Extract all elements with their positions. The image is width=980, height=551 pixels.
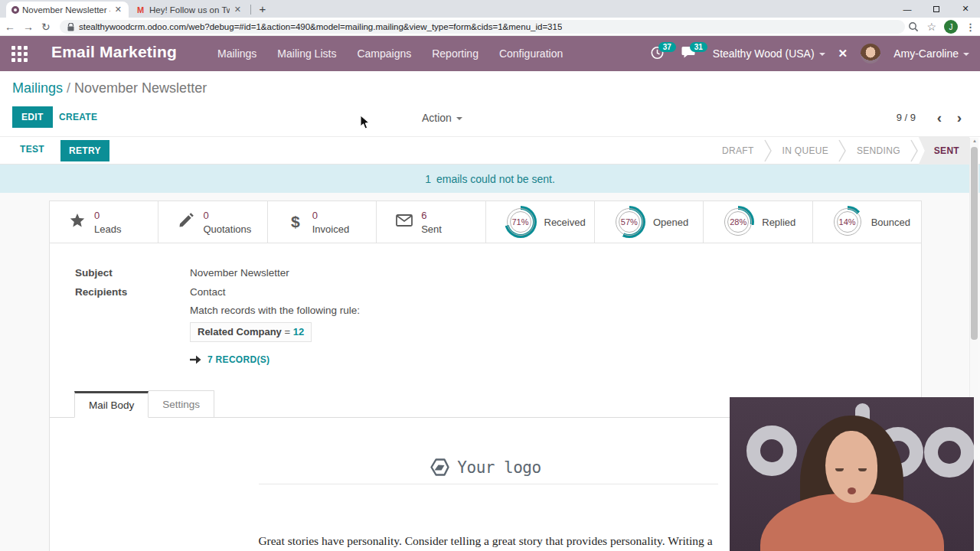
records-link[interactable]: 7 RECORD(S) [207, 354, 270, 365]
minimize-button[interactable]: — [893, 0, 922, 18]
user-menu[interactable]: Amy-Caroline [893, 47, 969, 60]
progress-ring: 28% [722, 206, 754, 238]
menu-mailing-lists[interactable]: Mailing Lists [277, 47, 336, 60]
test-button[interactable]: TEST [20, 144, 44, 155]
debug-tools-icon[interactable]: ✕ [838, 47, 848, 60]
failed-count-link[interactable]: 1 [425, 173, 431, 185]
stat-button-received[interactable]: 71% Received [486, 201, 595, 243]
menu-campaigns[interactable]: Campaigns [357, 47, 411, 60]
stage-sent[interactable]: SENT [919, 137, 969, 165]
stage-in-queue[interactable]: IN QUEUE [773, 137, 838, 165]
window-controls: — ✕ [893, 0, 980, 18]
tab-close-icon[interactable]: ✕ [233, 5, 243, 15]
stat-label: Sent [421, 223, 442, 235]
odoo-navbar: Email Marketing Mailings Mailing Lists C… [0, 36, 980, 71]
menu-configuration[interactable]: Configuration [499, 47, 563, 60]
star-icon [68, 214, 87, 231]
zoom-icon[interactable] [908, 21, 919, 32]
activities-button[interactable]: 37 [650, 45, 668, 62]
progress-ring: 14% [831, 206, 864, 238]
menu-mailings[interactable]: Mailings [217, 47, 256, 60]
stat-label: Bounced [871, 217, 910, 228]
recipients-label: Recipients [75, 286, 127, 298]
tab-separator [250, 5, 251, 15]
menu-reporting[interactable]: Reporting [432, 47, 479, 60]
edit-button[interactable]: EDIT [12, 106, 53, 128]
breadcrumb: Mailings / November Newsletter [12, 80, 207, 96]
tab-title: November Newsletter - Odoo [22, 5, 110, 15]
retry-button[interactable]: RETRY [60, 140, 109, 161]
stat-label: Received [544, 217, 586, 228]
chevron-down-icon [819, 53, 825, 56]
bookmark-star-icon[interactable]: ☆ [926, 21, 936, 33]
progress-ring: 71% [505, 206, 537, 238]
rule-value: 12 [293, 326, 304, 337]
user-avatar[interactable] [861, 44, 880, 64]
stage-separator [764, 137, 773, 165]
pager-counter: 9 / 9 [897, 112, 916, 123]
breadcrumb-current: November Newsletter [74, 80, 207, 96]
browser-toolbar: ← → ↻ stealthywoodcrm.odoo.com/web?debug… [0, 18, 980, 36]
reload-icon[interactable]: ↻ [41, 21, 51, 33]
progress-ring: 57% [613, 206, 645, 238]
stat-button-invoiced[interactable]: $ 0Invoiced [268, 201, 377, 243]
tab-settings[interactable]: Settings [149, 390, 214, 417]
breadcrumb-mailings[interactable]: Mailings [12, 80, 63, 96]
forward-icon[interactable]: → [23, 21, 34, 33]
stat-button-replied[interactable]: 28% Replied [704, 201, 812, 243]
recipients-value[interactable]: Contact [190, 286, 226, 298]
browser-tab-active[interactable]: November Newsletter - Odoo ✕ [6, 2, 129, 18]
stat-button-sent[interactable]: 6Sent [377, 201, 485, 243]
stage-separator [910, 137, 919, 165]
stat-value: 0 [203, 210, 208, 221]
mouse-cursor [360, 115, 370, 129]
url-text: stealthywoodcrm.odoo.com/web?debug=#id=1… [79, 22, 562, 31]
rule-field: Related Company [198, 326, 282, 337]
close-button[interactable]: ✕ [951, 0, 980, 18]
stat-button-opened[interactable]: 57% Opened [595, 201, 704, 243]
domain-rule[interactable]: Related Company = 12 [190, 322, 312, 342]
pager-previous-icon[interactable]: ‹ [937, 109, 942, 126]
new-tab-button[interactable]: + [255, 2, 270, 17]
browser-menu-icon[interactable]: ⋮ [965, 21, 975, 33]
stat-label: Leads [94, 223, 121, 235]
back-icon[interactable]: ← [5, 21, 15, 33]
gmail-favicon-icon: M [137, 5, 146, 15]
stage-sending[interactable]: SENDING [847, 137, 910, 165]
restore-button[interactable] [922, 0, 951, 18]
odoo-logo-circle [746, 425, 797, 476]
stage-pipeline: DRAFT IN QUEUE SENDING SENT [712, 137, 969, 165]
arrow-right-icon [190, 355, 201, 364]
create-button[interactable]: CREATE [59, 112, 97, 122]
apps-menu-icon[interactable] [11, 46, 28, 62]
tab-close-icon[interactable]: ✕ [113, 5, 123, 15]
stat-button-leads[interactable]: 0Leads [50, 201, 158, 243]
email-paragraph: Great stories have personality. Consider… [240, 533, 730, 551]
app-title[interactable]: Email Marketing [51, 43, 177, 61]
company-switcher[interactable]: Stealthy Wood (USA) [713, 47, 825, 60]
hexagon-logo-icon [430, 457, 450, 478]
odoo-favicon-icon [11, 6, 19, 14]
pager-next-icon[interactable]: › [957, 109, 962, 126]
scroll-up-icon[interactable]: ▲ [970, 139, 979, 143]
action-dropdown[interactable]: Action [422, 112, 462, 124]
stat-button-bounced[interactable]: 14% Bounced [813, 201, 921, 243]
navbar-systray: 37 31 Stealthy Wood (USA) ✕ Amy-Caroline [650, 36, 969, 71]
scrollbar-thumb[interactable] [971, 147, 978, 340]
messages-button[interactable]: 31 [681, 45, 700, 62]
browser-tab-gmail[interactable]: M Hey! Follow us on Twitter! - thej ✕ [132, 2, 248, 18]
stat-value: 6 [421, 210, 426, 221]
address-bar[interactable]: stealthywoodcrm.odoo.com/web?debug=#id=1… [60, 20, 905, 34]
browser-profile-avatar[interactable]: J [944, 20, 958, 34]
stat-button-quotations[interactable]: 0Quotations [158, 201, 267, 243]
stage-separator [838, 137, 847, 165]
dollar-icon: $ [286, 213, 305, 231]
subject-value[interactable]: November Newsletter [190, 267, 289, 279]
activity-count-badge: 37 [658, 42, 676, 52]
lock-icon [67, 23, 74, 31]
tab-mail-body[interactable]: Mail Body [74, 391, 149, 418]
rule-intro: Match records with the following rule: [190, 305, 360, 316]
envelope-icon [395, 214, 413, 230]
chevron-down-icon [456, 117, 462, 120]
stage-draft[interactable]: DRAFT [712, 137, 764, 165]
